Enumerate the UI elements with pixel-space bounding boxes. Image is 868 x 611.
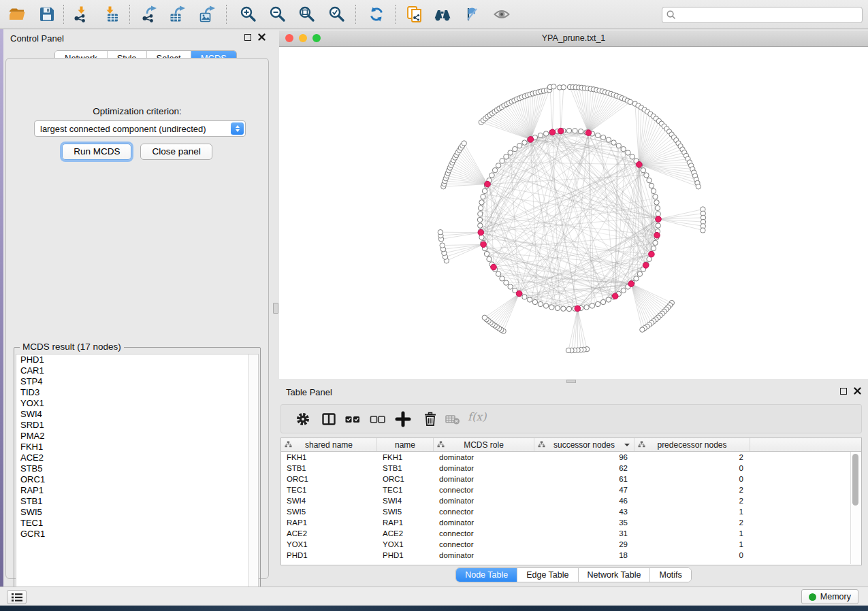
float-window-icon[interactable] [840, 388, 847, 395]
table-cell[interactable]: 47 [534, 484, 634, 495]
network-node[interactable] [543, 131, 548, 136]
network-node[interactable] [606, 137, 611, 142]
table-cell[interactable]: 62 [534, 463, 634, 474]
network-node[interactable] [600, 299, 605, 304]
network-node[interactable] [481, 194, 485, 199]
table-cell[interactable]: connector [434, 506, 534, 517]
column-header[interactable]: MCDS role [434, 438, 534, 451]
mcds-node[interactable] [637, 162, 643, 168]
network-node[interactable] [517, 143, 522, 148]
network-node[interactable] [508, 150, 513, 155]
table-cell[interactable]: connector [434, 539, 534, 550]
mcds-node[interactable] [485, 181, 491, 187]
find-binoculars-icon[interactable] [434, 5, 451, 23]
vertical-splitter[interactable] [272, 29, 279, 587]
table-cell[interactable]: dominator [434, 463, 534, 474]
deselect-all-checkboxes-icon[interactable] [370, 411, 386, 427]
mcds-result-item[interactable]: PHD1 [16, 354, 258, 365]
table-cell[interactable]: 1 [634, 528, 750, 539]
network-node[interactable] [656, 223, 660, 228]
close-panel-icon[interactable] [258, 33, 266, 41]
import-table-icon[interactable] [102, 5, 120, 23]
network-node[interactable] [527, 297, 532, 302]
table-row[interactable]: SWI4SWI4dominator462 [281, 495, 861, 506]
table-cell[interactable]: STB1 [377, 463, 434, 474]
network-node[interactable] [508, 284, 513, 289]
network-node[interactable] [654, 200, 659, 205]
table-cell[interactable]: 0 [634, 550, 750, 561]
table-cell[interactable]: 96 [534, 452, 634, 463]
memory-button[interactable]: Memory [801, 589, 858, 604]
table-cell[interactable]: TEC1 [281, 484, 377, 495]
network-node[interactable] [538, 133, 543, 137]
table-scrollbar-thumb[interactable] [852, 454, 858, 506]
network-node[interactable] [628, 99, 632, 104]
tab-node-table[interactable]: Node Table [456, 568, 517, 582]
table-cell[interactable]: dominator [434, 474, 534, 484]
table-cell[interactable]: dominator [434, 517, 534, 528]
mcds-node[interactable] [612, 293, 618, 299]
mcds-result-item[interactable]: ACE2 [16, 452, 258, 463]
network-node[interactable] [522, 140, 527, 145]
network-node[interactable] [484, 251, 489, 256]
mcds-node[interactable] [628, 281, 634, 287]
table-cell[interactable]: SWI4 [281, 495, 377, 506]
mcds-node[interactable] [649, 251, 655, 257]
table-cell[interactable]: YOX1 [377, 539, 434, 550]
open-session-icon[interactable] [8, 5, 26, 23]
mcds-result-item[interactable]: SWI4 [16, 409, 258, 420]
tab-edge-table[interactable]: Edge Table [517, 568, 578, 582]
network-node[interactable] [651, 246, 656, 250]
table-cell[interactable]: RAP1 [281, 517, 377, 528]
table-row[interactable]: SWI5SWI5connector431 [281, 506, 861, 517]
task-history-button[interactable] [7, 590, 27, 604]
network-node[interactable] [621, 288, 626, 293]
network-node[interactable] [500, 276, 504, 281]
close-panel-button[interactable]: Close panel [140, 144, 212, 160]
table-cell[interactable]: 2 [634, 484, 750, 495]
network-node[interactable] [561, 85, 566, 90]
table-row[interactable]: ACE2ACE2connector311 [281, 528, 861, 539]
mcds-result-item[interactable]: STB1 [16, 496, 258, 507]
save-session-icon[interactable] [38, 5, 56, 23]
column-layout-icon[interactable] [321, 411, 337, 427]
mcds-result-item[interactable]: GCR1 [16, 529, 258, 540]
table-row[interactable]: YOX1YOX1connector291 [281, 539, 861, 550]
table-cell[interactable]: SWI4 [377, 495, 434, 506]
network-node[interactable] [438, 230, 443, 235]
network-node[interactable] [496, 163, 500, 168]
network-node[interactable] [595, 133, 600, 137]
network-node[interactable] [551, 84, 556, 89]
table-cell[interactable]: SWI5 [281, 506, 377, 517]
network-node[interactable] [543, 303, 548, 308]
mcds-result-item[interactable]: TID3 [16, 387, 258, 398]
table-cell[interactable]: FKH1 [377, 452, 434, 463]
network-node[interactable] [640, 327, 645, 332]
clear-table-icon[interactable] [445, 411, 461, 427]
float-window-icon[interactable] [244, 34, 251, 41]
zoom-fit-icon[interactable] [298, 5, 316, 23]
mcds-result-item[interactable]: CAR1 [16, 365, 258, 376]
select-all-checkboxes-icon[interactable] [344, 411, 361, 427]
table-cell[interactable]: FKH1 [281, 452, 377, 463]
network-node[interactable] [479, 200, 484, 205]
network-node[interactable] [590, 303, 594, 308]
table-settings-gear-icon[interactable] [295, 411, 311, 427]
network-node[interactable] [595, 301, 600, 306]
network-node[interactable] [504, 280, 509, 285]
mcds-result-item[interactable]: YOX1 [16, 398, 258, 409]
table-cell[interactable]: SWI5 [377, 506, 434, 517]
mcds-result-item[interactable]: STP4 [16, 376, 258, 387]
mcds-result-item[interactable]: ORC1 [16, 474, 258, 485]
mcds-result-item[interactable]: TEC1 [16, 518, 258, 529]
add-column-icon[interactable] [395, 411, 411, 427]
column-header[interactable]: predecessor nodes [634, 438, 750, 451]
mcds-result-item[interactable]: FKH1 [16, 442, 258, 452]
table-cell[interactable]: YOX1 [281, 539, 377, 550]
network-graph[interactable] [279, 47, 868, 379]
table-row[interactable]: STB1STB1dominator620 [281, 463, 861, 474]
show-hide-graphics-icon[interactable] [463, 5, 481, 23]
refresh-layout-icon[interactable] [368, 5, 385, 23]
table-cell[interactable]: TEC1 [377, 484, 434, 495]
mcds-list-scrollbar[interactable] [248, 354, 258, 597]
